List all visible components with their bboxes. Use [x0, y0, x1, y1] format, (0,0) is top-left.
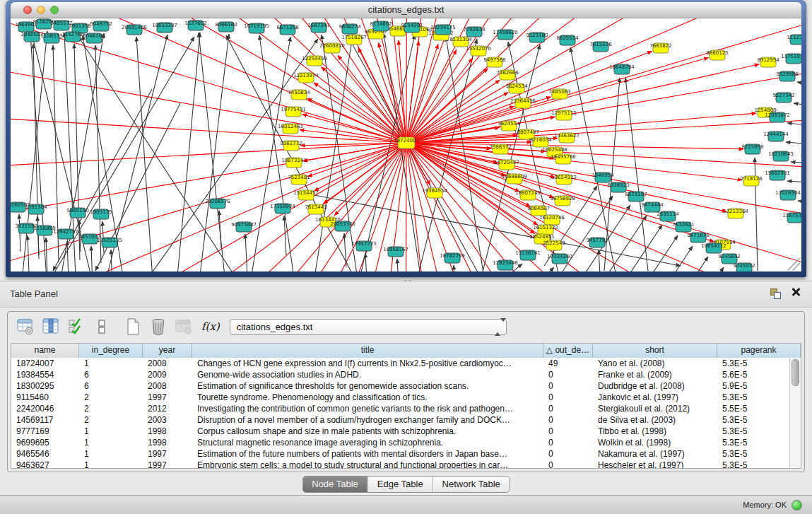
table-cell: 1997: [143, 392, 192, 403]
table-chooser-value: citations_edges.txt: [237, 322, 313, 332]
graph-node-label: 9245012: [733, 263, 755, 269]
delete-table-icon[interactable]: [148, 316, 169, 337]
graph-edge: [794, 103, 801, 108]
graph-node-label: 96756928: [550, 196, 575, 201]
graph-node-label: 2718126: [740, 176, 763, 182]
graph-node-label: 15542070: [466, 46, 491, 52]
graph-node-label: 12942757: [53, 229, 78, 235]
table-row[interactable]: 977716911998Corpus callosum shape and si…: [11, 426, 790, 437]
graph-node-label: 8938923: [607, 182, 629, 188]
graph-edge: [95, 35, 167, 271]
graph-node-label: 10807487: [514, 129, 539, 135]
vertical-scrollbar-thumb[interactable]: [792, 359, 799, 386]
table-cell: 9463627: [11, 460, 79, 468]
table-cell: Nakamura et al. (1997): [593, 448, 717, 460]
column-header-pagerank[interactable]: pagerank: [717, 344, 801, 358]
graph-edge: [640, 246, 693, 271]
graph-edge: [314, 143, 406, 191]
graph-edge: [11, 88, 406, 143]
graph-node-label: 3624534: [505, 83, 528, 89]
table-cell: 0: [543, 369, 593, 380]
graph-node-label: 18524851: [529, 234, 555, 240]
function-builder-icon[interactable]: f(x): [201, 320, 220, 333]
table-row[interactable]: 946554611997Estimation of the future num…: [11, 448, 790, 460]
splitter-grip[interactable]: [403, 279, 414, 283]
graph-node-label: 11675350: [782, 213, 801, 218]
graph-edge: [30, 34, 49, 271]
graph-node-label: 9227342: [772, 93, 794, 98]
table-cell: Tourette syndrome. Phenomenology and cla…: [192, 392, 543, 403]
graph-edge: [67, 241, 69, 271]
graph-node-label: 17334260: [547, 254, 572, 259]
table-cell: Tibbo et al. (1998): [593, 426, 717, 437]
graph-edge: [28, 235, 29, 271]
show-column-icon[interactable]: [40, 316, 61, 337]
graph-node-label: 19775431: [281, 107, 306, 112]
graph-node-label: 5905150: [66, 208, 88, 214]
graph-node-label: 16495766: [551, 154, 576, 160]
graph-node-label: 7485063: [548, 89, 570, 95]
graph-node-label: 10958167: [383, 247, 408, 252]
graph-node-label: 10654112: [701, 243, 726, 249]
table-cell: 5.5E-5: [717, 403, 790, 414]
tab-network-table[interactable]: Network Table: [433, 477, 510, 492]
table-cell: 1997: [143, 448, 192, 460]
table-row[interactable]: 2242004622012Investigating the contribut…: [11, 403, 790, 414]
float-panel-icon[interactable]: [770, 288, 781, 299]
table-row[interactable]: 1830029562008Estimation of significance …: [11, 380, 790, 392]
graph-node-label: 13505135: [97, 238, 122, 243]
table-row[interactable]: 1456911722003Disruption of a novel membe…: [11, 414, 790, 426]
table-row[interactable]: 1872400712008Changes of HCN gene express…: [11, 358, 790, 369]
table-panel-header: Table Panel: [0, 281, 812, 308]
tab-node-table[interactable]: Node Table: [302, 477, 367, 492]
graph-node-label: 16120746: [539, 215, 565, 221]
graph-node-label: 18724007: [394, 138, 419, 144]
table-cell: 1: [79, 426, 143, 437]
table-cell: 6: [79, 380, 143, 392]
graph-node-label: 8471676: [687, 233, 710, 238]
close-panel-icon[interactable]: [791, 287, 801, 297]
graph-node-label: 1640954: [592, 173, 614, 178]
column-header-title[interactable]: title: [192, 344, 543, 358]
graph-node-label: 2935114: [657, 211, 679, 217]
memory-status-label: Memory: OK: [743, 501, 787, 509]
graph-node-label: 7901356: [69, 23, 91, 29]
table-cell: 0: [543, 448, 593, 460]
graph-node-label: 6046160: [83, 33, 105, 39]
graph-node-label: 9523180: [526, 33, 548, 38]
table-tabs: Node TableEdge TableNetwork Table: [302, 476, 510, 493]
column-header-short[interactable]: short: [593, 344, 717, 358]
column-header-year[interactable]: year: [143, 344, 192, 358]
table-body: 1872400712008Changes of HCN gene express…: [11, 358, 790, 468]
rows-icon[interactable]: [91, 316, 112, 337]
column-header-in_degree[interactable]: in_degree: [79, 344, 143, 358]
table-cell: 5.6E-5: [717, 369, 790, 380]
graph-node-label: 90975887: [231, 222, 257, 228]
select-columns-icon[interactable]: [66, 316, 87, 337]
table-cell: 18300295: [11, 380, 79, 392]
graph-node-label: 20206576: [205, 199, 230, 204]
column-settings-icon[interactable]: [15, 316, 36, 337]
table-cell: 19384554: [11, 369, 79, 380]
column-header-out_de[interactable]: △ out_de…: [543, 344, 593, 358]
graph-node-label: 2040557: [20, 32, 42, 37]
table-row[interactable]: 969969511998Structural magnetic resonanc…: [11, 437, 790, 448]
graph-node-label: 1905135: [90, 209, 112, 215]
graph-node-label: 7615526: [589, 42, 612, 47]
table-row[interactable]: 1938455462009Genome-wide association stu…: [11, 369, 790, 380]
table-cell: Genome-wide association studies in ADHD.: [192, 369, 543, 380]
table-chooser-combobox[interactable]: citations_edges.txt: [230, 319, 507, 335]
table-row[interactable]: 911546021997Tourette syndrome. Phenomeno…: [11, 392, 790, 403]
graph-node-label: 8912954: [757, 57, 779, 63]
table-row[interactable]: 946362711997Embryonic stem cells: a mode…: [11, 460, 790, 468]
graph-node-label: 6671358: [276, 25, 298, 30]
vertical-scrollbar[interactable]: [789, 358, 801, 468]
column-header-name[interactable]: name: [11, 344, 79, 358]
graph-node-label: 17518267: [341, 35, 367, 40]
table-cell: Corpus callosum shape and size in male p…: [192, 426, 543, 437]
tab-edge-table[interactable]: Edge Table: [367, 477, 433, 492]
window-titlebar[interactable]: citations_edges.txt: [11, 2, 801, 18]
new-table-icon[interactable]: [122, 316, 143, 337]
table-cell: Changes of HCN gene expression and I(f) …: [192, 358, 543, 369]
network-canvas[interactable]: 1225445912213974745083419775431160124639…: [11, 18, 801, 271]
